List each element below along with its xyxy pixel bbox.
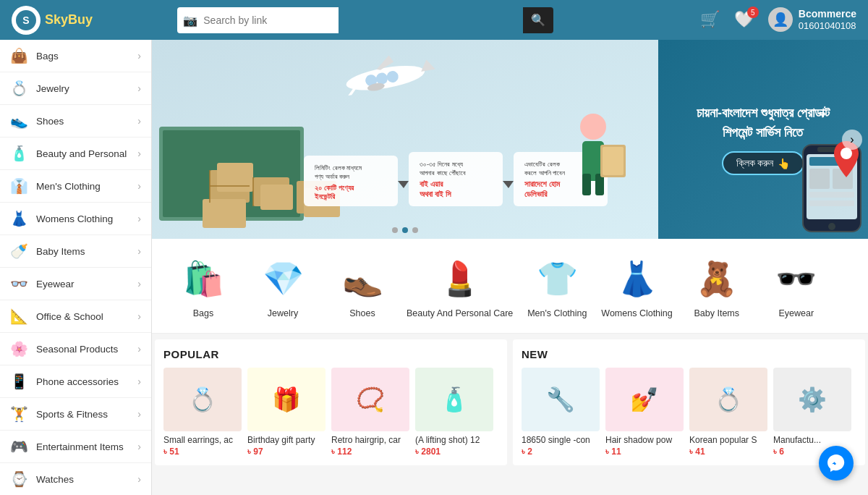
chevron-icon: ›	[137, 343, 141, 355]
womens-icon: 👗	[10, 210, 27, 227]
cart-icon[interactable]: 🛒	[700, 10, 720, 29]
product-name-1: Birthday gift party	[247, 435, 326, 445]
svg-text:সারাদেশে হোম: সারাদেশে হোম	[524, 179, 561, 188]
product-img-3: 🧴	[415, 368, 493, 431]
category-item-7[interactable]: 🕶️ Eyewear	[757, 248, 836, 324]
svg-point-49	[828, 223, 835, 230]
sidebar-label-sports: Sports & Fitness	[36, 409, 129, 420]
sidebar-item-bags[interactable]: 👜 Bags ›	[0, 40, 151, 72]
header-icons: 🛒 🤍 5 👤 Bcommerce 01601040108	[700, 7, 856, 33]
product-name-3: (A lifting shot) 12	[415, 435, 493, 445]
cat-icon-6: 🧸	[692, 253, 742, 304]
new-product-name-2: Korean popular S	[689, 435, 767, 445]
category-item-0[interactable]: 🛍️ Bags	[163, 248, 243, 324]
sidebar-label-shoes: Shoes	[36, 116, 129, 127]
chevron-icon: ›	[137, 278, 141, 289]
chevron-icon: ›	[137, 408, 141, 420]
search-input[interactable]	[177, 7, 339, 33]
sidebar-item-entertainment[interactable]: 🎮 Entertainment Items ›	[0, 431, 151, 463]
popular-title: POPULAR	[163, 348, 498, 360]
popular-section: POPULAR 💍 Small earrings, ac ৳ 51 🎁 Birt…	[155, 339, 507, 465]
sidebar-label-baby: Baby Items	[36, 246, 129, 257]
avatar: 👤	[768, 7, 793, 32]
cat-icon-2: 👞	[337, 253, 388, 304]
search-button[interactable]: 🔍	[523, 7, 553, 33]
sidebar-item-shoes[interactable]: 👟 Shoes ›	[0, 105, 151, 138]
sidebar-item-mens[interactable]: 👔 Men's Clothing ›	[0, 170, 151, 203]
office-icon: 📐	[10, 308, 27, 325]
user-text: Bcommerce 01601040108	[799, 7, 856, 33]
chevron-icon: ›	[137, 376, 141, 387]
logo[interactable]: S SkyBuy	[12, 6, 98, 35]
sidebar-label-seasonal: Seasonal Products	[36, 344, 129, 355]
sidebar-item-eyewear[interactable]: 👓 Eyewear ›	[0, 268, 151, 300]
svg-text:পণ্য অর্ডার করুন: পণ্য অর্ডার করুন	[315, 173, 349, 180]
banner-dots	[392, 227, 418, 233]
sections-row: POPULAR 💍 Small earrings, ac ৳ 51 🎁 Birt…	[152, 334, 868, 471]
sidebar-item-womens[interactable]: 👗 Womens Clothing ›	[0, 203, 151, 235]
cat-icon-0: 🛍️	[178, 253, 229, 304]
svg-rect-6	[217, 163, 253, 192]
watches-icon: ⌚	[10, 470, 27, 488]
popular-products: 💍 Small earrings, ac ৳ 51 🎁 Birthday gif…	[163, 368, 498, 457]
sidebar-item-office[interactable]: 📐 Office & School ›	[0, 300, 151, 333]
dot-1[interactable]	[392, 227, 398, 233]
new-product-name-1: Hair shadow pow	[605, 435, 684, 445]
popular-product-1[interactable]: 🎁 Birthday gift party ৳ 97	[247, 368, 326, 457]
popular-product-3[interactable]: 🧴 (A lifting shot) 12 ৳ 2801	[415, 368, 493, 457]
sidebar-item-jewelry[interactable]: 💍 Jewelry ›	[0, 72, 151, 105]
sidebar-label-womens: Womens Clothing	[36, 213, 129, 224]
category-item-5[interactable]: 👗 Womens Clothing	[597, 248, 676, 324]
popular-product-0[interactable]: 💍 Small earrings, ac ৳ 51	[163, 368, 242, 457]
new-product-img-3: ⚙️	[773, 368, 851, 431]
banner-right-text: চায়না-বাংলাদেশ শুধুমাত্র প্রোডাক্ট শিপম…	[697, 103, 830, 143]
eyewear-icon: 👓	[10, 275, 27, 292]
new-product-img-1: 💅	[605, 368, 684, 431]
new-product-2[interactable]: 💍 Korean popular S ৳ 41	[689, 368, 767, 457]
wishlist-badge: 5	[747, 7, 759, 18]
logo-icon: S	[12, 6, 41, 35]
messenger-fab[interactable]	[819, 446, 854, 481]
product-name-0: Small earrings, ac	[163, 435, 242, 445]
svg-text:বাই এয়ার: বাই এয়ার	[420, 179, 443, 188]
dot-3[interactable]	[412, 227, 418, 233]
chevron-icon: ›	[137, 245, 141, 257]
svg-text:৩০-৩৫ দিনের মধ্যে: ৩০-৩৫ দিনের মধ্যে	[420, 161, 463, 168]
new-product-0[interactable]: 🔧 18650 single -con ৳ 2	[522, 368, 600, 457]
product-price-0: ৳ 51	[163, 447, 242, 457]
wishlist-icon[interactable]: 🤍 5	[734, 10, 754, 29]
sidebar-item-sports[interactable]: 🏋️ Sports & Fitness ›	[0, 398, 151, 431]
category-item-3[interactable]: 💄 Beauty And Personal Care	[402, 248, 517, 324]
category-item-6[interactable]: 🧸 Baby Items	[677, 248, 757, 324]
sidebar-item-seasonal[interactable]: 🌸 Seasonal Products ›	[0, 333, 151, 365]
banner-right-panel: চায়না-বাংলাদেশ শুধুমাত্র প্রোডাক্ট শিপম…	[658, 40, 868, 239]
popular-product-2[interactable]: 📿 Retro hairgrip, car ৳ 112	[331, 368, 409, 457]
new-product-3[interactable]: ⚙️ Manufactu... ৳ 6	[773, 368, 851, 457]
search-camera-icon: 📷	[183, 13, 197, 27]
svg-text:অথবা বাই সি: অথবা বাই সি	[420, 190, 452, 198]
new-product-1[interactable]: 💅 Hair shadow pow ৳ 11	[605, 368, 684, 457]
dot-2[interactable]	[402, 227, 408, 233]
cat-label-4: Men's Clothing	[527, 308, 587, 318]
banner-cta-button[interactable]: ক্লিক করুন 👆	[722, 151, 805, 175]
chevron-icon: ›	[137, 115, 141, 127]
new-product-name-3: Manufactu...	[773, 435, 851, 445]
sidebar-item-phone[interactable]: 📱 Phone accessories ›	[0, 365, 151, 398]
user-info[interactable]: 👤 Bcommerce 01601040108	[768, 7, 856, 33]
sidebar-item-beauty[interactable]: 🧴 Beauty and Personal ›	[0, 138, 151, 170]
cat-label-0: Bags	[193, 308, 214, 318]
jewelry-icon: 💍	[10, 80, 27, 97]
new-product-price-1: ৳ 11	[605, 447, 684, 457]
baby-icon: 🍼	[10, 242, 27, 260]
category-item-2[interactable]: 👞 Shoes	[323, 248, 402, 324]
chevron-icon: ›	[137, 473, 141, 485]
sidebar-label-watches: Watches	[36, 474, 129, 485]
sidebar-item-watches[interactable]: ⌚ Watches ›	[0, 463, 151, 495]
sidebar-item-baby[interactable]: 🍼 Baby Items ›	[0, 235, 151, 268]
chevron-icon: ›	[137, 82, 141, 94]
banner-next-button[interactable]: ›	[842, 130, 862, 150]
search-bar: 📷 🔍	[177, 7, 553, 33]
sidebar-label-entertainment: Entertainment Items	[36, 441, 129, 452]
category-item-1[interactable]: 💎 Jewelry	[243, 248, 323, 324]
category-item-4[interactable]: 👕 Men's Clothing	[517, 248, 597, 324]
